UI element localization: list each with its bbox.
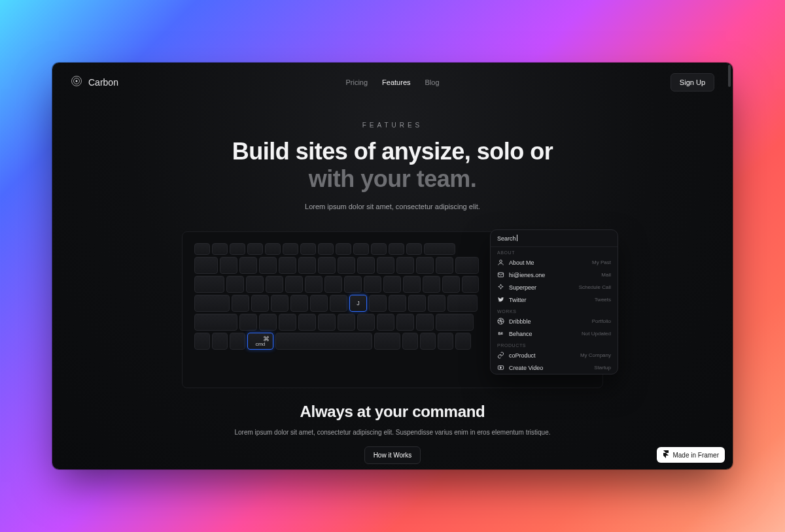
- brand[interactable]: Carbon: [71, 75, 118, 90]
- keyboard-key: [369, 295, 387, 312]
- keyboard-key: [298, 314, 316, 331]
- palette-item-meta: Not Updated: [582, 331, 611, 337]
- keyboard-key: [230, 333, 245, 350]
- keyboard-key: [194, 314, 237, 331]
- palette-item-label: Superpeer: [509, 284, 536, 291]
- keyboard-key: [194, 333, 210, 350]
- feature-section: Always at your command Lorem ipsum dolor…: [52, 403, 733, 464]
- palette-section-label: ABOUT: [491, 247, 618, 256]
- palette-item-meta: My Past: [592, 259, 611, 265]
- keyboard-key: [416, 257, 434, 274]
- palette-search-placeholder: Search: [497, 235, 516, 242]
- palette-item[interactable]: About MeMy Past: [491, 256, 618, 269]
- keyboard-key: [251, 295, 269, 312]
- nav-link-features[interactable]: Features: [382, 78, 410, 86]
- svg-point-2: [76, 80, 78, 82]
- palette-item-meta: Portfolio: [592, 318, 611, 324]
- behance-icon: [497, 330, 504, 337]
- made-in-framer-badge[interactable]: Made in Framer: [657, 447, 725, 463]
- palette-item-label: hi@ienes.one: [509, 272, 545, 278]
- keyboard-key: [194, 295, 230, 312]
- framer-logo-icon: [663, 450, 669, 459]
- keyboard-key: [438, 333, 453, 350]
- keyboard-key: [246, 276, 264, 293]
- palette-item-meta: Mail: [601, 272, 611, 278]
- keyboard-key: [259, 257, 277, 274]
- dribbble-icon: [497, 318, 504, 325]
- keyboard-key: [436, 314, 474, 331]
- command-palette[interactable]: Search ABOUTAbout MeMy Pasthi@ienes.oneM…: [490, 229, 618, 374]
- svg-point-3: [500, 260, 502, 263]
- brand-logo-icon: [71, 75, 82, 90]
- keyboard-key: [416, 314, 434, 331]
- hero-title-line1: Build sites of anysize, solo or: [52, 138, 733, 165]
- feature-subtitle: Lorem ipsum dolor sit amet, consectetur …: [52, 427, 733, 437]
- palette-item[interactable]: TwitterTweets: [491, 293, 618, 306]
- keyboard-key: [239, 314, 257, 331]
- keyboard-key: [447, 295, 478, 312]
- keyboard-key: [374, 333, 400, 350]
- keyboard-key: [194, 257, 218, 274]
- palette-item[interactable]: hi@ienes.oneMail: [491, 269, 618, 281]
- keyboard-key: [279, 314, 296, 331]
- palette-item[interactable]: BehanceNot Updated: [491, 327, 618, 340]
- keyboard-key: [212, 243, 228, 255]
- palette-search[interactable]: Search: [491, 230, 618, 247]
- palette-item-label: Behance: [509, 331, 532, 337]
- keyboard-key: [226, 276, 244, 293]
- keyboard-key: [283, 243, 298, 255]
- how-it-works-button[interactable]: How it Works: [364, 446, 421, 464]
- text-cursor: [517, 235, 517, 241]
- keyboard-key: [230, 243, 245, 255]
- keyboard-key: [364, 276, 381, 293]
- keyboard-key: [383, 276, 401, 293]
- keyboard-key: [305, 276, 323, 293]
- keyboard-key: [377, 314, 394, 331]
- palette-item-meta: My Company: [580, 352, 611, 358]
- keyboard-key: [336, 243, 351, 255]
- keyboard-key: [353, 243, 369, 255]
- keyboard-key: [396, 314, 414, 331]
- hero: FEATURES Build sites of anysize, solo or…: [52, 122, 733, 210]
- palette-item[interactable]: Create VideoStartup: [491, 361, 618, 374]
- palette-item[interactable]: coProductMy Company: [491, 349, 618, 361]
- keyboard-key: [389, 295, 406, 312]
- keyboard-key: [455, 333, 471, 350]
- keyboard-key: [420, 333, 436, 350]
- user-icon: [497, 259, 504, 266]
- palette-item-meta: Tweets: [595, 297, 611, 303]
- keyboard-key: [455, 257, 479, 274]
- keyboard-key: [424, 243, 455, 255]
- palette-item-label: Dribbble: [509, 318, 531, 325]
- keyboard-key: [194, 243, 210, 255]
- keyboard-key: J: [349, 295, 367, 312]
- palette-item-label: Create Video: [509, 365, 543, 371]
- keyboard-key: [247, 243, 263, 255]
- keyboard-key: [300, 243, 316, 255]
- keyboard-key: [259, 314, 277, 331]
- top-nav: Carbon Pricing Features Blog Sign Up: [52, 73, 733, 91]
- palette-item-label: coProduct: [509, 352, 536, 359]
- nav-link-pricing[interactable]: Pricing: [345, 78, 368, 86]
- nav-link-blog[interactable]: Blog: [425, 78, 440, 86]
- keyboard-key: [212, 333, 228, 350]
- keyboard-key: [285, 276, 303, 293]
- hero-title: Build sites of anysize, solo or with you…: [52, 138, 733, 193]
- keyboard-key: [239, 257, 257, 274]
- keyboard-key: [436, 257, 453, 274]
- keyboard-key: [396, 257, 414, 274]
- feature-title: Always at your command: [52, 403, 733, 421]
- keyboard-key: [428, 295, 445, 312]
- keyboard-key: [318, 257, 336, 274]
- keyboard-key: ⌘cmd: [247, 333, 273, 350]
- keyboard-key: [442, 276, 460, 293]
- hero-eyebrow: FEATURES: [52, 122, 733, 129]
- brand-label: Carbon: [88, 77, 118, 88]
- signup-button[interactable]: Sign Up: [671, 73, 714, 91]
- palette-item[interactable]: DribbblePortfolio: [491, 315, 618, 327]
- palette-item[interactable]: SuperpeerSchedule Call: [491, 281, 618, 293]
- keyboard-key: [344, 276, 362, 293]
- key-label: J: [357, 300, 360, 307]
- keyboard-key: [310, 295, 328, 312]
- keyboard-key: [371, 243, 387, 255]
